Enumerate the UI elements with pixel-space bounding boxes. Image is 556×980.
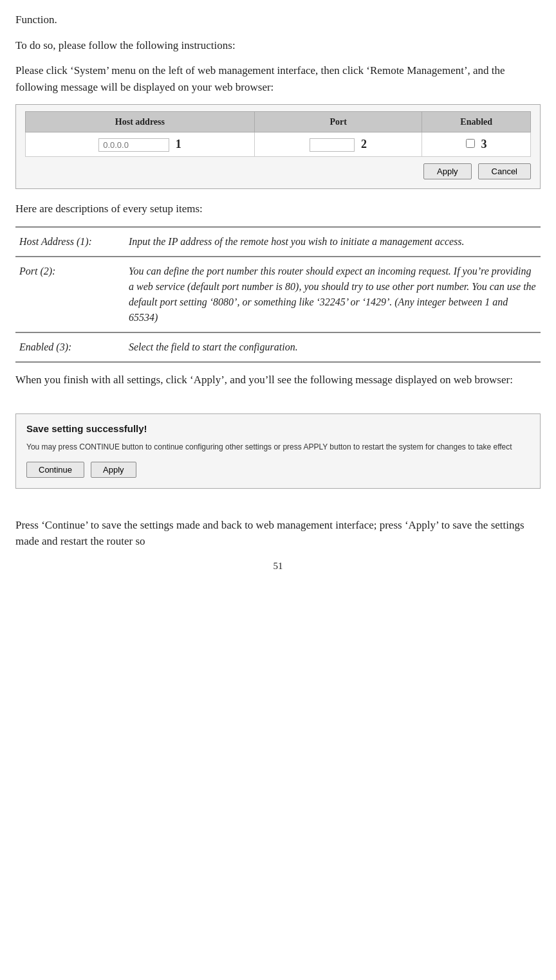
host-address-input[interactable] [98, 138, 169, 152]
port-label: 2 [361, 138, 367, 150]
port-input[interactable]: 8080 [310, 138, 355, 152]
router-table-container: Host address Port Enabled 1 8080 2 3 [15, 104, 541, 189]
table-apply-button[interactable]: Apply [423, 163, 472, 179]
table-button-row: Apply Cancel [25, 163, 531, 179]
intro-line3: Please click ‘System’ menu on the left o… [15, 62, 541, 95]
col-enabled: Enabled [422, 112, 531, 132]
table-cancel-button[interactable]: Cancel [478, 163, 531, 179]
description-table: Host Address (1):Input the IP address of… [15, 226, 541, 363]
enabled-checkbox[interactable] [466, 139, 475, 148]
success-message: You may press CONTINUE button to continu… [26, 441, 530, 453]
intro-line2: To do so, please follow the following in… [15, 37, 541, 54]
desc-intro: Here are descriptions of every setup ite… [15, 201, 541, 217]
desc-term: Host Address (1): [15, 227, 125, 257]
enabled-cell: 3 [422, 132, 531, 157]
col-host-address: Host address [26, 112, 255, 132]
desc-definition: Input the IP address of the remote host … [125, 227, 541, 257]
col-port: Port [254, 112, 422, 132]
router-config-table: Host address Port Enabled 1 8080 2 3 [25, 111, 531, 157]
desc-definition: Select the field to start the configurat… [125, 332, 541, 362]
after-apply-text: When you finish with all settings, click… [15, 372, 541, 388]
page-number: 51 [15, 559, 541, 574]
continue-button[interactable]: Continue [26, 462, 84, 478]
port-cell: 8080 2 [254, 132, 422, 157]
apply-button[interactable]: Apply [91, 462, 136, 478]
desc-row: Enabled (3):Select the field to start th… [15, 332, 541, 362]
intro-line1: Function. [15, 12, 541, 28]
desc-definition: You can define the port number this rout… [125, 257, 541, 332]
success-title: Save setting successfully! [26, 422, 530, 437]
footer-text: Press ‘Continue’ to save the settings ma… [15, 517, 541, 550]
desc-term: Enabled (3): [15, 332, 125, 362]
success-box: Save setting successfully! You may press… [15, 413, 541, 489]
host-label: 1 [176, 138, 181, 150]
success-button-row: Continue Apply [26, 462, 530, 478]
enabled-label: 3 [481, 138, 486, 150]
desc-term: Port (2): [15, 257, 125, 332]
desc-row: Port (2):You can define the port number … [15, 257, 541, 332]
host-address-cell: 1 [26, 132, 255, 157]
desc-row: Host Address (1):Input the IP address of… [15, 227, 541, 257]
